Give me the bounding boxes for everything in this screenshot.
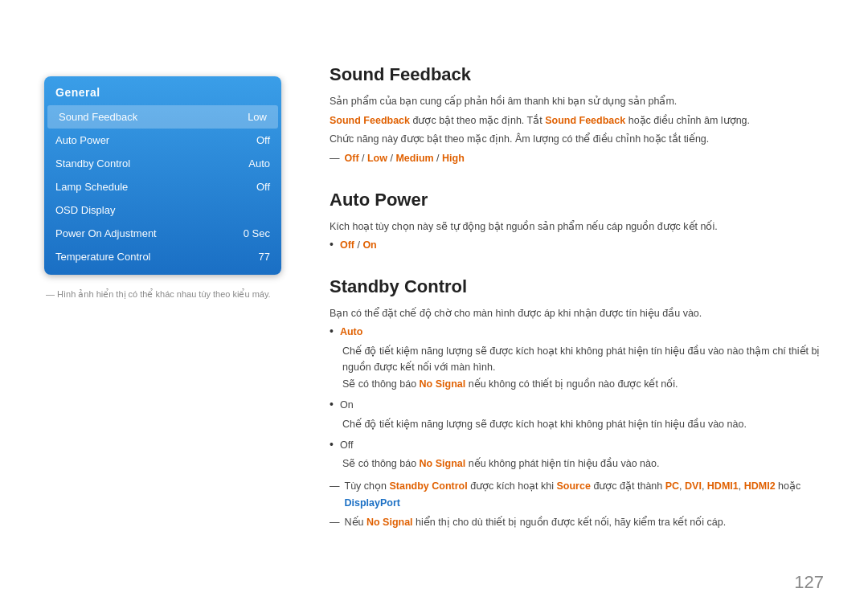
menu-item-2[interactable]: Standby ControlAuto <box>44 152 281 175</box>
sc-dash2-text: Nếu No Signal hiển thị cho dù thiết bị n… <box>345 514 727 531</box>
menu-item-value-3: Off <box>256 181 270 193</box>
sc-off-bullet: Off <box>330 437 824 454</box>
sf-highlight1: Sound Feedback <box>330 115 410 126</box>
sc-on-text1: Chế độ tiết kiệm năng lượng sẽ được kích… <box>342 416 824 432</box>
sf-high: High <box>442 153 465 164</box>
ap-options: Off / On <box>330 237 824 254</box>
ap-option-text: Off / On <box>340 237 377 254</box>
ap-off: Off <box>340 239 354 251</box>
menu-item-value-6: 77 <box>259 251 270 263</box>
page-number: 127 <box>794 572 824 593</box>
sc-on-bullet: On <box>330 397 824 414</box>
auto-power-title: Auto Power <box>330 190 824 210</box>
ap-on: On <box>362 239 376 251</box>
right-content: Sound Feedback Sản phẩm của bạn cung cấp… <box>330 64 824 553</box>
sc-dvi: DVI <box>685 480 702 492</box>
sound-feedback-section: Sound Feedback Sản phẩm của bạn cung cấp… <box>330 64 824 167</box>
sc-source-ref: Source <box>557 480 591 492</box>
sc-para1: Bạn có thể đặt chế độ chờ cho màn hình đ… <box>330 305 824 322</box>
sf-para2: Sound Feedback được bật theo mặc định. T… <box>330 112 824 129</box>
sf-off: Off <box>345 153 359 164</box>
menu-item-label-3: Lamp Schedule <box>55 181 128 193</box>
sc-off-label: Off <box>340 437 353 454</box>
menu-item-label-4: OSD Display <box>55 204 115 216</box>
menu-item-label-1: Auto Power <box>55 134 109 146</box>
sc-hdmi1: HDMI1 <box>707 480 739 492</box>
menu-item-label-6: Temperature Control <box>55 251 151 263</box>
menu-item-3[interactable]: Lamp ScheduleOff <box>44 175 281 198</box>
menu-header: General <box>44 83 281 105</box>
menu-item-5[interactable]: Power On Adjustment0 Sec <box>44 222 281 245</box>
sf-highlight2: Sound Feedback <box>545 115 625 126</box>
sc-dash1-text: Tùy chọn Standby Control được kích hoạt … <box>345 478 825 511</box>
sc-nosignal2: No Signal <box>420 458 466 469</box>
sound-feedback-title: Sound Feedback <box>330 64 824 85</box>
menu-item-value-2: Auto <box>248 157 270 170</box>
sc-dash2: Nếu No Signal hiển thị cho dù thiết bị n… <box>330 514 824 531</box>
standby-control-body: Bạn có thể đặt chế độ chờ cho màn hình đ… <box>330 305 824 530</box>
sound-feedback-body: Sản phẩm của bạn cung cấp phản hồi âm th… <box>330 93 824 167</box>
menu-item-value-1: Off <box>256 134 270 146</box>
standby-control-section: Standby Control Bạn có thể đặt chế độ ch… <box>330 276 824 530</box>
sf-low: Low <box>367 153 387 164</box>
auto-power-section: Auto Power Kích hoạt tùy chọn này sẽ tự … <box>330 190 824 254</box>
menu-item-6[interactable]: Temperature Control77 <box>44 245 281 268</box>
sc-auto-label: Auto <box>340 324 362 341</box>
menu-item-label-5: Power On Adjustment <box>55 227 157 239</box>
left-panel: General Sound FeedbackLowAuto PowerOffSt… <box>44 76 281 300</box>
sf-medium: Medium <box>395 153 433 164</box>
menu-item-4[interactable]: OSD Display <box>44 198 281 222</box>
sf-option-text: Off / Low / Medium / High <box>345 150 465 167</box>
menu-box: General Sound FeedbackLowAuto PowerOffSt… <box>44 76 281 275</box>
ap-para1: Kích hoạt tùy chọn này sẽ tự động bật ng… <box>330 219 824 235</box>
sf-para3: Chức năng này được bật theo mặc định. Âm… <box>330 131 824 148</box>
standby-control-title: Standby Control <box>330 276 824 297</box>
menu-item-0[interactable]: Sound FeedbackLow <box>47 105 278 129</box>
menu-item-value-0: Low <box>248 111 267 123</box>
sc-pc: PC <box>665 480 679 492</box>
sc-nosignal3: No Signal <box>366 517 413 528</box>
menu-item-value-5: 0 Sec <box>244 227 270 239</box>
sc-on-label: On <box>340 397 354 414</box>
menu-item-label-2: Standby Control <box>55 157 130 170</box>
sc-nosignal1: No Signal <box>420 378 466 390</box>
footnote: — Hình ảnh hiển thị có thể khác nhau tùy… <box>44 289 281 300</box>
sc-hdmi2: HDMI2 <box>744 480 776 492</box>
auto-power-body: Kích hoạt tùy chọn này sẽ tự động bật ng… <box>330 219 824 254</box>
sc-auto-text1: Chế độ tiết kiệm năng lượng sẽ được kích… <box>342 343 824 375</box>
sc-auto-bullet: Auto <box>330 324 824 341</box>
sc-dash1: Tùy chọn Standby Control được kích hoạt … <box>330 478 824 511</box>
menu-item-label-0: Sound Feedback <box>59 111 137 123</box>
sf-options: Off / Low / Medium / High <box>330 150 824 167</box>
sc-displayport: DisplayPort <box>345 497 400 509</box>
sf-para1: Sản phẩm của bạn cung cấp phản hồi âm th… <box>330 93 824 110</box>
menu-item-1[interactable]: Auto PowerOff <box>44 129 281 152</box>
sc-off-text1: Sẽ có thông báo No Signal nếu không phát… <box>342 456 824 472</box>
sc-standby-ref: Standby Control <box>389 480 467 492</box>
sc-auto-text2: Sẽ có thông báo No Signal nếu không có t… <box>342 376 824 392</box>
